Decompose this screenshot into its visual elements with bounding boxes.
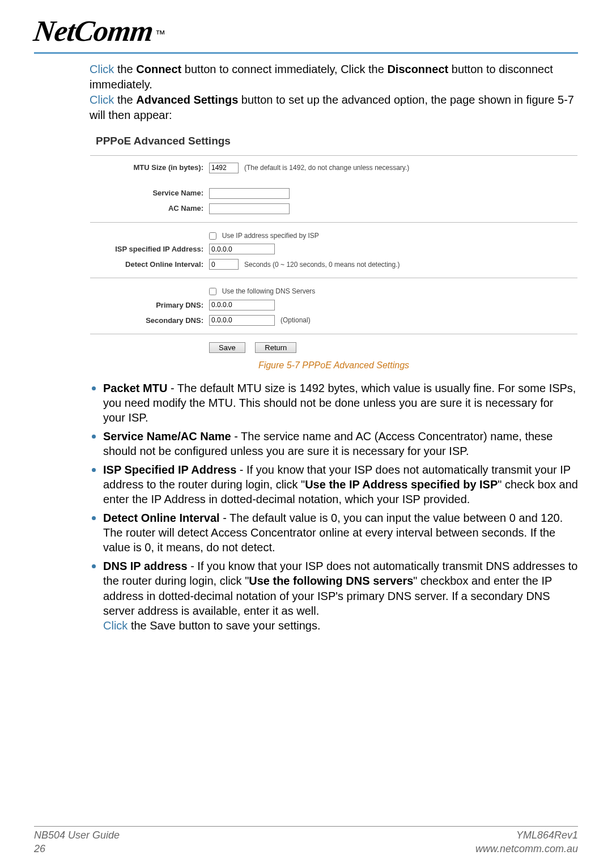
intro-p1: Click the Connect button to connect imme… xyxy=(90,62,578,92)
list-item: Packet MTU - The default MTU size is 149… xyxy=(103,380,578,426)
isp-ip-input[interactable] xyxy=(209,244,275,254)
logo: NetComm™ xyxy=(34,14,578,48)
use-isp-ip-checkbox[interactable] xyxy=(209,232,216,240)
settings-panel: PPPoE Advanced Settings MTU Size (in byt… xyxy=(90,129,578,356)
intro-p2: Click the Advanced Settings button to se… xyxy=(90,92,578,123)
secondary-dns-label: Secondary DNS: xyxy=(90,316,209,326)
footer-title: NB504 User Guide xyxy=(34,829,120,842)
save-button[interactable]: Save xyxy=(209,342,245,353)
body-content: Click the Connect button to connect imme… xyxy=(90,62,578,633)
use-isp-ip-label: Use IP address specified by ISP xyxy=(222,232,319,240)
panel-divider xyxy=(90,222,577,223)
list-item: ISP Specified IP Address - If you know t… xyxy=(103,461,578,507)
click-text: Click xyxy=(103,619,128,632)
service-name-input[interactable] xyxy=(209,188,290,199)
list-item: Detect Online Interval - The default val… xyxy=(103,509,578,555)
interval-label: Detect Online Interval: xyxy=(90,259,209,270)
list-item: Service Name/AC Name - The service name … xyxy=(103,428,578,459)
list-item: DNS IP address - If you know that your I… xyxy=(103,558,578,633)
use-dns-label: Use the following DNS Servers xyxy=(222,288,316,296)
use-dns-checkbox[interactable] xyxy=(209,288,216,295)
primary-dns-label: Primary DNS: xyxy=(90,300,209,310)
figure-caption: Figure 5-7 PPPoE Advanced Settings xyxy=(90,359,578,372)
primary-dns-input[interactable] xyxy=(209,300,275,310)
service-name-label: Service Name: xyxy=(90,188,209,198)
logo-text: NetComm xyxy=(32,14,155,48)
mtu-hint: (The default is 1492, do not change unle… xyxy=(244,163,409,172)
footer-rev: YML864Rev1 xyxy=(475,829,578,842)
description-list: Packet MTU - The default MTU size is 149… xyxy=(87,380,578,633)
return-button[interactable]: Return xyxy=(255,342,296,353)
mtu-input[interactable] xyxy=(209,163,239,173)
panel-divider xyxy=(90,278,577,278)
page-footer: NB504 User Guide 26 YML864Rev1 www.netco… xyxy=(34,826,578,856)
click-text: Click xyxy=(90,93,114,106)
isp-ip-label: ISP specified IP Address: xyxy=(90,244,209,254)
ac-name-label: AC Name: xyxy=(90,203,209,214)
logo-tm: ™ xyxy=(155,28,165,40)
mtu-label: MTU Size (in bytes): xyxy=(90,163,209,173)
footer-page-number: 26 xyxy=(34,843,120,856)
secondary-dns-input[interactable] xyxy=(209,315,275,326)
click-text: Click xyxy=(90,63,114,75)
ac-name-input[interactable] xyxy=(209,203,290,214)
optional-hint: (Optional) xyxy=(280,316,311,325)
interval-hint: Seconds (0 ~ 120 seconds, 0 means not de… xyxy=(244,260,400,269)
header-rule xyxy=(34,52,578,54)
panel-divider xyxy=(90,334,577,334)
footer-url: www.netcomm.com.au xyxy=(475,843,578,856)
panel-title: PPPoE Advanced Settings xyxy=(90,129,577,156)
interval-input[interactable] xyxy=(209,259,239,270)
